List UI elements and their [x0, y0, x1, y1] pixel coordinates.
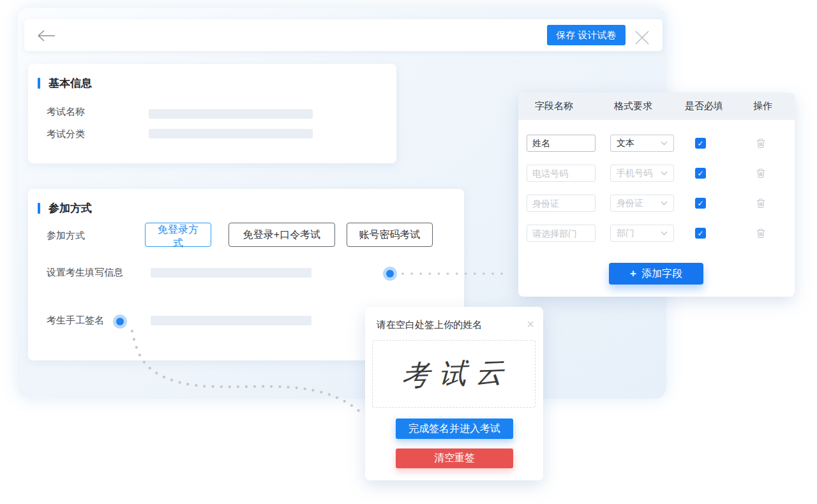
table-header-row: 字段名称 格式要求 是否必填 操作	[518, 93, 795, 120]
handwritten-signature-label: 考生手工签名	[47, 315, 104, 327]
signature-close-button[interactable]: ×	[523, 317, 537, 331]
required-checkbox[interactable]: ✓	[695, 198, 706, 209]
format-select[interactable]: 手机号码	[610, 165, 674, 182]
header-format: 格式要求	[614, 100, 652, 112]
chevron-down-icon	[661, 141, 668, 145]
table-row: 文本 ✓	[518, 135, 795, 152]
save-design-paper-button[interactable]: 保存 设计试卷	[547, 25, 626, 45]
format-select[interactable]: 文本	[610, 135, 674, 152]
check-mark: ✓	[697, 139, 703, 148]
check-mark: ✓	[697, 199, 703, 208]
section-tick	[38, 78, 40, 89]
exam-name-label: 考试名称	[47, 106, 85, 118]
signature-placeholder-bar	[151, 316, 311, 325]
participation-title: 参加方式	[49, 201, 92, 216]
add-field-label: 添加字段	[641, 268, 682, 279]
close-icon	[634, 29, 650, 46]
examinee-fields-panel: 字段名称 格式要求 是否必填 操作 文本 ✓ 手机号码 ✓ 身份证	[518, 93, 795, 297]
clear-signature-button[interactable]: 清空重签	[396, 448, 513, 468]
format-select-value: 手机号码	[617, 168, 652, 179]
format-select[interactable]: 部门	[610, 225, 674, 242]
header-field-name: 字段名称	[535, 100, 573, 112]
required-checkbox[interactable]: ✓	[695, 168, 706, 179]
section-tick	[38, 203, 40, 214]
signature-panel: 请在空白处签上你的姓名 × 考试云 完成签名并进入考试 清空重签	[365, 307, 543, 480]
method-account-password-button[interactable]: 账号密码考试	[347, 223, 433, 247]
basic-info-title: 基本信息	[49, 76, 92, 91]
signature-handwriting: 考试云	[394, 353, 513, 395]
chevron-down-icon	[661, 171, 668, 175]
trash-icon[interactable]	[756, 198, 766, 209]
field-name-input[interactable]	[527, 195, 596, 212]
exam-name-placeholder-bar	[149, 109, 313, 119]
close-icon: ×	[527, 317, 534, 331]
method-no-login-button[interactable]: 免登录方式	[145, 223, 211, 247]
fill-info-placeholder-bar	[151, 268, 311, 278]
fill-info-connector-dot	[383, 267, 397, 281]
field-name-input[interactable]	[527, 225, 596, 242]
header-required: 是否必填	[685, 100, 723, 112]
trash-icon[interactable]	[756, 168, 766, 179]
header-actions: 操作	[753, 100, 772, 112]
field-name-input[interactable]	[527, 135, 596, 152]
add-field-button[interactable]: +添加字段	[609, 263, 703, 285]
arrow-left-icon	[36, 27, 57, 44]
signature-drawing-area[interactable]: 考试云	[372, 340, 536, 408]
finish-signature-button[interactable]: 完成签名并进入考试	[396, 419, 513, 439]
exam-category-label: 考试分类	[47, 128, 85, 140]
required-checkbox[interactable]: ✓	[695, 228, 706, 239]
plus-icon: +	[630, 267, 636, 279]
method-no-login-password-button[interactable]: 免登录+口令考试	[229, 223, 335, 247]
format-select-value: 文本	[617, 138, 634, 149]
chevron-down-icon	[661, 201, 668, 205]
toolbar: 保存 设计试卷	[24, 19, 663, 51]
table-row: 手机号码 ✓	[518, 165, 795, 182]
participation-method-label: 参加方式	[47, 230, 85, 242]
exam-category-placeholder-bar	[149, 129, 313, 138]
format-select-value: 身份证	[617, 198, 643, 209]
format-select-value: 部门	[617, 228, 634, 239]
table-row: 部门 ✓	[518, 225, 795, 242]
back-button[interactable]	[36, 27, 57, 44]
field-name-input[interactable]	[527, 165, 596, 182]
signature-connector-dot	[113, 315, 127, 329]
signature-panel-title: 请在空白处签上你的姓名	[377, 319, 482, 331]
format-select[interactable]: 身份证	[610, 195, 674, 212]
required-checkbox[interactable]: ✓	[695, 138, 706, 149]
basic-info-card: 基本信息 考试名称 考试分类	[28, 64, 396, 163]
check-mark: ✓	[697, 229, 703, 238]
check-mark: ✓	[697, 169, 703, 178]
chevron-down-icon	[661, 231, 668, 235]
close-button[interactable]	[634, 29, 650, 46]
trash-icon[interactable]	[756, 228, 766, 239]
fill-info-label: 设置考生填写信息	[47, 267, 123, 279]
table-row: 身份证 ✓	[518, 195, 795, 212]
trash-icon[interactable]	[756, 138, 766, 149]
